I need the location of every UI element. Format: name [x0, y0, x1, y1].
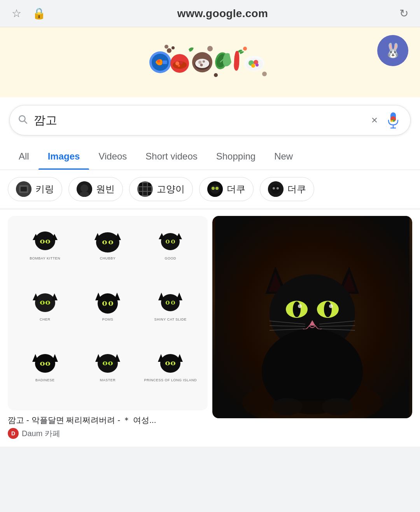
doodle-area[interactable]: 🐰	[0, 27, 420, 97]
tab-shopping[interactable]: Shopping	[207, 143, 265, 170]
chip-thumb-kipling	[16, 181, 32, 197]
avatar-icon: 🐰	[384, 42, 402, 59]
filter-chips: 키링 원빈 고양이	[0, 170, 420, 208]
image-grid: BOMBAY KITTEN CHUBBY	[0, 210, 420, 447]
chip-deku2[interactable]: 더쿠	[260, 177, 314, 201]
svg-point-72	[35, 293, 55, 312]
svg-point-112	[167, 362, 168, 365]
svg-point-78	[47, 301, 49, 304]
image-caption-1: 깜고 - 악플달면 쩌리쩌려버려 - ＊ 여성... D Daum 카페	[8, 410, 208, 440]
svg-point-106	[110, 362, 111, 365]
cat-photo-visual	[212, 216, 412, 418]
svg-marker-88	[176, 293, 182, 300]
avatar[interactable]: 🐰	[377, 35, 408, 66]
svg-point-65	[161, 233, 180, 250]
tab-all[interactable]: All	[9, 143, 38, 170]
url-bar[interactable]: www.google.com	[177, 7, 268, 20]
svg-point-2	[157, 60, 160, 63]
cat-photo-image	[212, 216, 412, 418]
svg-point-64	[110, 241, 112, 244]
cat-face-7: BADINESE	[16, 345, 74, 403]
svg-point-12	[203, 60, 205, 63]
svg-point-63	[104, 241, 105, 244]
search-tabs: All Images Videos Short videos Shopping …	[0, 143, 420, 170]
tab-short-videos[interactable]: Short videos	[136, 143, 206, 170]
chip-thumb-deku	[207, 181, 223, 197]
image-card-cat-faces[interactable]: BOMBAY KITTEN CHUBBY	[8, 216, 208, 440]
search-icon	[18, 114, 28, 127]
chip-thumb-wonbin	[77, 181, 92, 197]
lock-icon: 🔒	[32, 7, 46, 20]
cat-face-5: POMS	[78, 285, 137, 342]
browser-bar: ☆ 🔒 www.google.com ↻	[0, 0, 420, 27]
chip-kipling[interactable]: 키링	[8, 177, 62, 201]
svg-point-58	[96, 232, 119, 252]
svg-point-50	[276, 187, 279, 189]
chip-cat[interactable]: 고양이	[129, 177, 193, 201]
svg-point-7	[178, 65, 180, 67]
voice-search-button[interactable]	[384, 111, 402, 130]
svg-point-70	[167, 240, 168, 243]
svg-point-79	[98, 293, 118, 314]
caption-source-1[interactable]: D Daum 카페	[8, 428, 208, 439]
svg-point-41	[80, 184, 88, 192]
tab-news[interactable]: New	[265, 143, 302, 170]
svg-rect-31	[392, 112, 395, 116]
chip-deku[interactable]: 더쿠	[199, 177, 254, 201]
cat-face-4: CHER	[16, 285, 74, 342]
search-clear-button[interactable]: ×	[371, 114, 378, 126]
image-card-cat-photo[interactable]	[212, 216, 412, 440]
doodle-svg	[148, 41, 272, 84]
chip-thumb-cat	[137, 181, 153, 197]
chip-label-deku: 더쿠	[227, 183, 245, 195]
cat-face-label-8: MASTER	[100, 378, 116, 382]
browser-right-icons: ↻	[399, 7, 408, 20]
cat-face-label-3: GOOD	[165, 256, 177, 260]
cat-face-label-2: CHUBBY	[100, 256, 116, 260]
svg-point-99	[47, 362, 49, 365]
svg-point-24	[207, 46, 213, 51]
svg-point-71	[172, 240, 174, 243]
chip-label-wonbin: 원빈	[96, 183, 115, 195]
cat-face-1: BOMBAY KITTEN	[16, 224, 74, 281]
svg-marker-87	[158, 293, 164, 300]
svg-point-93	[35, 354, 55, 373]
bookmark-icon[interactable]: ☆	[12, 7, 21, 20]
search-bar[interactable]: 깜고 ×	[9, 105, 411, 135]
svg-point-10	[195, 59, 209, 68]
svg-point-100	[98, 354, 118, 373]
cat-face-8: MASTER	[78, 345, 137, 403]
svg-point-20	[256, 63, 259, 67]
svg-point-86	[161, 294, 180, 311]
svg-point-22	[172, 46, 175, 49]
svg-point-19	[251, 64, 255, 68]
tab-images[interactable]: Images	[38, 143, 89, 170]
tab-videos[interactable]: Videos	[89, 143, 136, 170]
reload-icon[interactable]: ↻	[399, 7, 408, 20]
svg-point-48	[271, 184, 280, 194]
cat-faces-image: BOMBAY KITTEN CHUBBY	[8, 216, 208, 410]
svg-point-51	[35, 231, 55, 250]
svg-point-77	[42, 301, 43, 304]
svg-rect-39	[21, 187, 27, 191]
google-doodle[interactable]	[144, 39, 276, 86]
svg-line-29	[24, 121, 27, 123]
cat-face-6: SHINY CAT SLIDE	[141, 285, 200, 342]
svg-rect-34	[390, 120, 393, 122]
svg-point-98	[42, 362, 43, 365]
cat-face-label-7: BADINESE	[35, 378, 55, 382]
cat-face-label-6: SHINY CAT SLIDE	[154, 317, 187, 321]
chip-wonbin[interactable]: 원빈	[68, 177, 123, 201]
svg-point-49	[273, 187, 275, 189]
svg-point-126	[329, 304, 333, 308]
svg-point-123	[293, 302, 301, 317]
search-query[interactable]: 깜고	[34, 112, 365, 128]
cat-face-9: PRINCESS OF LONG ISLAND	[141, 345, 200, 403]
svg-point-85	[110, 302, 112, 305]
svg-point-113	[172, 362, 174, 365]
svg-point-56	[42, 240, 43, 243]
svg-point-107	[160, 354, 180, 373]
svg-point-57	[47, 240, 49, 243]
svg-point-11	[198, 61, 201, 64]
chip-label-cat: 고양이	[157, 183, 185, 195]
